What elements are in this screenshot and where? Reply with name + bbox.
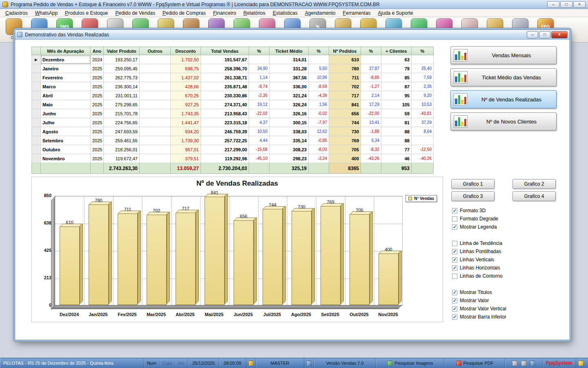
table-cell: 88 — [381, 136, 412, 145]
row-selector[interactable] — [32, 145, 41, 154]
row-selector[interactable] — [32, 91, 41, 100]
row-selector[interactable] — [32, 127, 41, 136]
checkbox-mostrar-valor[interactable]: ✓Mostrar Valor — [452, 296, 558, 305]
search-pdf-button[interactable]: Pesquisar PDF — [444, 358, 505, 368]
row-selector[interactable] — [32, 73, 41, 82]
menu-item-pedido-de-vendas[interactable]: Pedido de Vendas — [112, 9, 159, 17]
menu-item-ajuda-e-suporte[interactable]: Ajuda e Suporte — [374, 9, 417, 17]
button-grafico-1[interactable]: Grafico 1 — [451, 179, 494, 189]
table-cell: 2,14 — [361, 91, 381, 100]
table-cell: 236.300,14 — [104, 82, 140, 91]
checkbox-mostrar-barra-inferior[interactable]: ✓Mostrar Barra Inferior — [452, 313, 558, 321]
chart-bar — [89, 204, 109, 305]
table-row[interactable]: Agosto2025247.693,59934,20246.759,3910,5… — [32, 127, 434, 136]
bar-value-label: 610 — [55, 220, 84, 225]
column-header-valor-produto[interactable]: Valor Produto — [104, 47, 140, 55]
column-header-ano[interactable]: Ano — [91, 47, 104, 55]
column-header-percent[interactable]: % — [412, 47, 434, 55]
window-title: Programa Pedido de Vendas + Estoque & Fi… — [11, 2, 545, 7]
menu-item-financeiro[interactable]: Financeiro — [209, 9, 240, 17]
table-row[interactable]: ▶Dezembro2024193.250,171.702,50191.547,6… — [32, 55, 434, 64]
column-header-percent[interactable]: % — [309, 47, 329, 55]
search-pdf-label: Pesquisar PDF — [463, 361, 494, 366]
row-selector[interactable] — [32, 82, 41, 91]
menu-item-agendamento[interactable]: Agendamento — [301, 9, 339, 17]
menu-item-relatorios[interactable]: Relatórios — [240, 9, 269, 17]
checkbox-label: Formato Degrade — [460, 216, 498, 222]
row-selector[interactable] — [32, 64, 41, 73]
menu-item-produtos-e-estoque[interactable]: Produtos e Estoque — [61, 9, 111, 17]
table-row[interactable]: Maio2025275.298,65927,25274.371,4019,123… — [32, 100, 434, 109]
column-header-mes-de-apuracao[interactable]: Mês de Apuração — [41, 47, 91, 55]
checkbox-linha-de-tendencia[interactable]: Linha de Tendência — [452, 239, 558, 247]
row-selector[interactable]: ▶ — [32, 55, 41, 64]
dialog-titlebar: Demonstrativo das Vendas Realizadas – □ … — [15, 30, 570, 40]
display-icon[interactable] — [530, 361, 535, 366]
nav-button-n-de-novos-clientes[interactable]: Nº de Novos Clientes — [450, 112, 557, 130]
menu-item-ferramentas[interactable]: Ferramentas — [339, 9, 374, 17]
table-cell: Junho — [41, 109, 91, 118]
row-selector[interactable] — [32, 118, 41, 127]
column-header-ticket-medio[interactable]: Ticket Médio — [270, 47, 309, 55]
checkbox-linhas-pontilhadas[interactable]: ✓Linhas Pontilhadas — [452, 247, 558, 256]
row-selector[interactable] — [32, 109, 41, 118]
checkbox-mostrar-legenda[interactable]: ✓Mostrar Legenda — [452, 223, 558, 231]
checkbox-label: Mostrar Valor — [460, 298, 489, 303]
table-cell: 300,15 — [270, 118, 309, 127]
page-icon[interactable] — [512, 361, 517, 366]
dialog-close-button[interactable]: × — [551, 31, 568, 38]
table-row[interactable]: Abril2025231.001,11670,25230.330,86-2,35… — [32, 91, 434, 100]
table-cell — [249, 55, 270, 64]
button-grafico-3[interactable]: Grafico 3 — [451, 191, 494, 201]
close-button[interactable]: × — [573, 1, 586, 8]
table-cell: 331,28 — [270, 64, 309, 73]
menu-item-whatsapp[interactable]: WhatsApp — [31, 9, 61, 17]
checkbox-mostrar-titulos[interactable]: ✓Mostrar Titulos — [452, 288, 558, 296]
table-row[interactable]: Setembro2025259.461,551.739,30257.722,25… — [32, 136, 434, 145]
menu-item-pedido-de-compras[interactable]: Pedido de Compras — [159, 9, 209, 17]
printer-icon[interactable] — [521, 361, 526, 366]
column-header-outros[interactable]: Outros — [140, 47, 171, 55]
row-selector[interactable] — [32, 154, 41, 163]
dialog-minimize-button[interactable]: – — [527, 31, 538, 38]
checkbox-linhas-de-contorno[interactable]: Linhas de Contorno — [452, 272, 558, 280]
column-header-percent[interactable]: % — [249, 47, 270, 55]
menu-item-cadastros[interactable]: Cadastros — [2, 9, 31, 17]
dialog-maximize-button[interactable]: □ — [539, 31, 550, 38]
x-tick-label: Ago/2025 — [287, 312, 316, 317]
checkbox-mostrar-valor-vertical[interactable]: ✓Mostrar Valor Vertical — [452, 305, 558, 313]
row-selector[interactable] — [32, 136, 41, 145]
table-row[interactable]: Outubro2025218.256,01957,01217.299,00-15… — [32, 145, 434, 154]
checkbox-formato-3d[interactable]: ✓Formato 3D — [452, 206, 558, 215]
column-header-n-pedidos[interactable]: Nº Pedidos — [329, 47, 361, 55]
table-row[interactable]: Fevereiro2025262.775,731.437,02261.338,7… — [32, 73, 434, 82]
row-selector[interactable] — [32, 100, 41, 109]
table-row[interactable]: Julho2025224.756,651.441,47223.315,184,3… — [32, 118, 434, 127]
table-row[interactable]: Janeiro2025259.095,45698,75258.396,7034,… — [32, 64, 434, 73]
nav-button-ticket-medio-das-vendas[interactable]: Ticket Médio das Vendas — [450, 68, 557, 86]
checkbox-linhas-verticais[interactable]: ✓Linhas Verticais — [452, 256, 558, 264]
chart-icon-bar — [464, 119, 467, 126]
table-cell: 7,59 — [412, 73, 434, 82]
menu-item-estatisticas[interactable]: Estatisticas — [269, 9, 301, 17]
table-cell — [412, 136, 434, 145]
table-row[interactable]: Marco2025236.300,14428,66235.871,48-9,74… — [32, 82, 434, 91]
button-grafico-4[interactable]: Grafico 4 — [512, 191, 556, 201]
checkbox-linhas-horizontais[interactable]: ✓Linhas Horizontais — [452, 264, 558, 272]
column-header-total-vendas[interactable]: Total Vendas — [201, 47, 249, 55]
column-header-desconto[interactable]: Desconto — [171, 47, 201, 55]
checkbox-formato-degrade[interactable]: Formato Degrade — [452, 215, 558, 223]
table-cell: 259.461,55 — [104, 136, 140, 145]
minimize-button[interactable]: – — [547, 1, 559, 8]
table-row[interactable]: Novembro2025119.672,47379,51119.292,96-4… — [32, 154, 434, 163]
table-cell: 2,35 — [412, 82, 434, 91]
maximize-button[interactable]: □ — [560, 1, 572, 8]
table-row[interactable]: Junho2025215.701,781.743,35213.958,43-22… — [32, 109, 434, 118]
nav-button-n-de-vendas-realizadas[interactable]: Nº de Vendas Realizadas — [450, 90, 557, 108]
nav-button-vendas-mensais[interactable]: Vendas Mensais — [450, 46, 557, 64]
column-header-percent[interactable]: % — [361, 47, 381, 55]
v-gridline — [200, 196, 200, 305]
column-header-clientes[interactable]: + Clientes — [381, 47, 412, 55]
search-images-button[interactable]: Pesquisar Imagens — [376, 358, 444, 368]
button-grafico-2[interactable]: Grafico 2 — [512, 179, 556, 189]
